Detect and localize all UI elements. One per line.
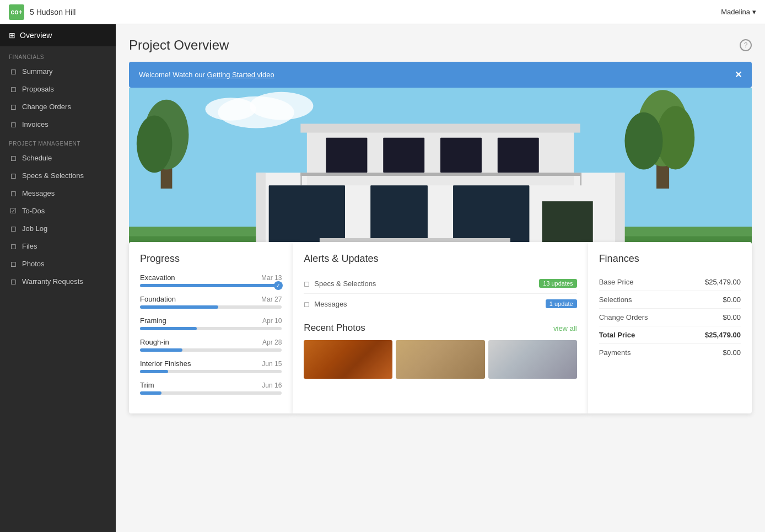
progress-label: Interior Finishes bbox=[140, 359, 191, 368]
progress-bar-fill bbox=[140, 305, 218, 309]
main-layout: ⊞ Overview FINANCIALS ◻ Summary ◻ Propos… bbox=[0, 24, 765, 532]
messages-icon: ◻ bbox=[9, 189, 18, 197]
sidebar-item-files[interactable]: ◻ Files bbox=[0, 237, 116, 255]
finance-label: Total Price bbox=[599, 331, 635, 339]
progress-bar-fill bbox=[140, 327, 197, 330]
progress-item: Framing Apr 10 bbox=[140, 316, 282, 330]
alert-item[interactable]: ◻ Messages 1 update bbox=[304, 294, 577, 314]
alert-badge: 1 update bbox=[546, 299, 577, 308]
alert-left: ◻ Messages bbox=[304, 300, 347, 308]
progress-complete-icon: ✓ bbox=[274, 281, 283, 290]
photo-faucet[interactable] bbox=[396, 340, 484, 379]
sidebar-item-proposals[interactable]: ◻ Proposals bbox=[0, 80, 116, 98]
sidebar-item-warranty-requests[interactable]: ◻ Warranty Requests bbox=[0, 272, 116, 290]
change-orders-icon: ◻ bbox=[9, 102, 18, 111]
alert-item[interactable]: ◻ Specs & Selections 13 updates bbox=[304, 273, 577, 294]
main-content: Project Overview ? Welcome! Watch our Ge… bbox=[116, 24, 765, 532]
alert-icon: ◻ bbox=[304, 280, 310, 288]
progress-date: Jun 15 bbox=[262, 360, 282, 368]
sidebar-item-label: To-Dos bbox=[22, 207, 45, 215]
user-menu[interactable]: Madelina ▾ bbox=[721, 8, 756, 16]
progress-item: Interior Finishes Jun 15 bbox=[140, 359, 282, 373]
sidebar-item-label: Specs & Selections bbox=[22, 171, 84, 180]
sidebar-item-invoices[interactable]: ◻ Invoices bbox=[0, 115, 116, 133]
warranty-icon: ◻ bbox=[9, 277, 18, 286]
sidebar-item-label: Invoices bbox=[22, 120, 49, 128]
alert-label: Specs & Selections bbox=[314, 280, 376, 288]
sidebar-item-job-log[interactable]: ◻ Job Log bbox=[0, 219, 116, 237]
finance-label: Change Orders bbox=[599, 313, 648, 321]
getting-started-link[interactable]: Getting Started video bbox=[207, 71, 274, 79]
svg-rect-21 bbox=[300, 173, 301, 185]
progress-label: Rough-in bbox=[140, 338, 169, 346]
svg-rect-25 bbox=[453, 185, 529, 243]
svg-rect-22 bbox=[580, 173, 581, 185]
finance-row: Change Orders $0.00 bbox=[599, 309, 741, 326]
sidebar-item-specs-selections[interactable]: ◻ Specs & Selections bbox=[0, 166, 116, 184]
alert-label: Messages bbox=[314, 300, 347, 308]
view-all-photos-link[interactable]: view all bbox=[553, 324, 577, 332]
finance-value: $0.00 bbox=[723, 295, 741, 304]
svg-rect-23 bbox=[269, 185, 345, 243]
sidebar-item-schedule[interactable]: ◻ Schedule bbox=[0, 149, 116, 166]
finances-title: Finances bbox=[599, 253, 741, 265]
project-management-section-label: PROJECT MANAGEMENT bbox=[0, 133, 116, 149]
progress-bar-bg bbox=[140, 305, 282, 309]
sidebar-item-summary[interactable]: ◻ Summary bbox=[0, 62, 116, 80]
sidebar-item-label: Schedule bbox=[22, 154, 52, 162]
sidebar-item-label: Change Orders bbox=[22, 103, 71, 111]
finance-row: Total Price $25,479.00 bbox=[599, 326, 741, 344]
progress-bar-fill bbox=[140, 348, 182, 352]
overview-label: Overview bbox=[20, 31, 52, 40]
hero-image bbox=[129, 88, 752, 264]
sidebar-item-label: Photos bbox=[22, 260, 44, 268]
svg-point-3 bbox=[205, 98, 256, 121]
sidebar-item-messages[interactable]: ◻ Messages bbox=[0, 184, 116, 202]
sidebar-item-photos[interactable]: ◻ Photos bbox=[0, 255, 116, 272]
sidebar-item-to-dos[interactable]: ☑ To-Dos bbox=[0, 202, 116, 219]
progress-item: Excavation Mar 13 ✓ bbox=[140, 273, 282, 287]
summary-icon: ◻ bbox=[9, 67, 18, 76]
photos-title: Recent Photos bbox=[304, 323, 365, 334]
schedule-icon: ◻ bbox=[9, 153, 18, 162]
svg-rect-15 bbox=[300, 123, 580, 132]
photo-brick[interactable] bbox=[304, 340, 392, 379]
progress-bar-fill bbox=[140, 391, 161, 395]
finance-value: $0.00 bbox=[723, 313, 741, 321]
welcome-text: Welcome! Watch our Getting Started video bbox=[139, 71, 274, 79]
progress-item: Trim Jun 16 bbox=[140, 381, 282, 395]
help-button[interactable]: ? bbox=[740, 39, 752, 51]
proposals-icon: ◻ bbox=[9, 84, 18, 93]
svg-point-2 bbox=[250, 92, 313, 120]
sidebar-item-label: Messages bbox=[22, 189, 55, 197]
alert-badge: 13 updates bbox=[539, 279, 577, 288]
finance-label: Payments bbox=[599, 348, 631, 357]
progress-label: Trim bbox=[140, 381, 154, 389]
page-header: Project Overview ? bbox=[129, 37, 752, 53]
svg-rect-20 bbox=[300, 173, 580, 176]
financials-section-label: FINANCIALS bbox=[0, 46, 116, 62]
alerts-card: Alerts & Updates ◻ Specs & Selections 13… bbox=[293, 242, 588, 413]
svg-point-10 bbox=[624, 112, 662, 170]
photos-icon: ◻ bbox=[9, 259, 18, 268]
sidebar-overview-item[interactable]: ⊞ Overview bbox=[0, 24, 116, 46]
sidebar-item-label: Files bbox=[22, 242, 37, 250]
sidebar-item-change-orders[interactable]: ◻ Change Orders bbox=[0, 98, 116, 115]
job-log-icon: ◻ bbox=[9, 224, 18, 233]
progress-date: Mar 13 bbox=[261, 274, 282, 282]
progress-item: Foundation Mar 27 bbox=[140, 295, 282, 309]
finance-value: $25,479.00 bbox=[705, 278, 741, 286]
photo-bottles[interactable] bbox=[488, 340, 577, 379]
sidebar-item-label: Job Log bbox=[22, 224, 47, 233]
progress-bar-fill bbox=[140, 370, 168, 373]
overview-icon: ⊞ bbox=[9, 31, 15, 40]
close-banner-button[interactable]: ✕ bbox=[735, 69, 742, 80]
alert-icon: ◻ bbox=[304, 300, 310, 308]
progress-card: Progress Excavation Mar 13 ✓ Foundation … bbox=[129, 242, 293, 413]
progress-bar-bg bbox=[140, 348, 282, 352]
welcome-banner: Welcome! Watch our Getting Started video… bbox=[129, 62, 752, 88]
finance-value: $0.00 bbox=[723, 348, 741, 357]
specs-icon: ◻ bbox=[9, 171, 18, 180]
topbar: co+ 5 Hudson Hill Madelina ▾ bbox=[0, 0, 765, 24]
progress-bar-bg bbox=[140, 391, 282, 395]
